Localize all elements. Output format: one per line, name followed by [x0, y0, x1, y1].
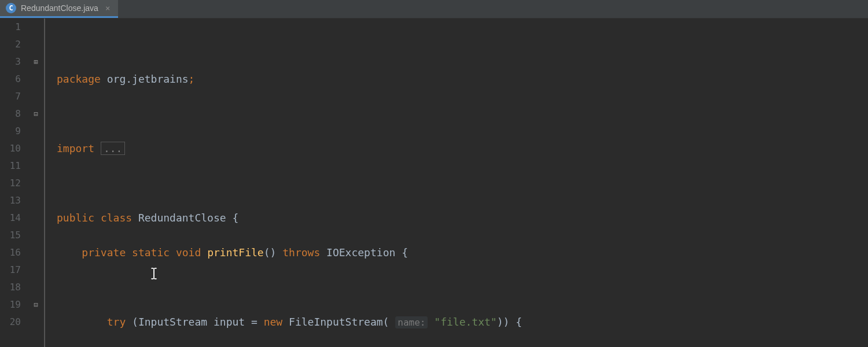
line-number: 15 — [0, 227, 21, 244]
line-number: 10 — [0, 140, 21, 157]
file-tab[interactable]: C RedundantClose.java × — [0, 0, 118, 18]
line-number: 8 — [0, 105, 21, 123]
tab-bar: C RedundantClose.java × — [0, 0, 868, 19]
tab-filename: RedundantClose.java — [21, 3, 98, 13]
code-line[interactable]: private static void printFile() throws I… — [57, 244, 868, 261]
line-number: 16 — [0, 244, 21, 261]
line-number: 11 — [0, 157, 21, 175]
code-line[interactable]: package org.jetbrains; — [57, 71, 868, 88]
line-number: 19 — [0, 296, 21, 313]
line-number: 12 — [0, 175, 21, 192]
fold-collapse-icon[interactable]: ⊟ — [32, 296, 40, 313]
line-number: 18 — [0, 279, 21, 296]
code-line[interactable] — [57, 175, 868, 192]
line-number: 17 — [0, 261, 21, 279]
close-icon[interactable]: × — [103, 3, 112, 13]
code-editor[interactable]: 1 2 3 6 7 8 9 10 11 12 13 14 15 16 17 18… — [0, 19, 868, 347]
java-class-icon: C — [6, 3, 16, 13]
code-line[interactable] — [57, 279, 868, 296]
folded-imports[interactable]: ... — [101, 142, 126, 155]
line-number: 2 — [0, 36, 21, 53]
fold-expand-icon[interactable]: ⊞ — [32, 53, 40, 71]
line-number: 6 — [0, 71, 21, 88]
line-number: 9 — [0, 123, 21, 140]
line-number: 7 — [0, 88, 21, 105]
line-number: 1 — [0, 19, 21, 36]
line-number: 14 — [0, 209, 21, 227]
line-number-gutter: 1 2 3 6 7 8 9 10 11 12 13 14 15 16 17 18… — [0, 19, 28, 347]
fold-gutter: ⊞ ⊟ ⊟ — [28, 19, 44, 347]
code-area[interactable]: package org.jetbrains; import ... public… — [44, 19, 868, 347]
line-number: 20 — [0, 313, 21, 331]
code-line[interactable]: public class RedundantClose { — [57, 209, 868, 227]
code-line[interactable]: try (InputStream input = new FileInputSt… — [57, 313, 868, 331]
fold-collapse-icon[interactable]: ⊟ — [32, 105, 40, 123]
line-number: 3 — [0, 53, 21, 71]
code-line[interactable]: import ... — [57, 140, 868, 157]
parameter-hint: name: — [395, 316, 428, 328]
line-number: 13 — [0, 192, 21, 209]
code-line[interactable] — [57, 105, 868, 123]
